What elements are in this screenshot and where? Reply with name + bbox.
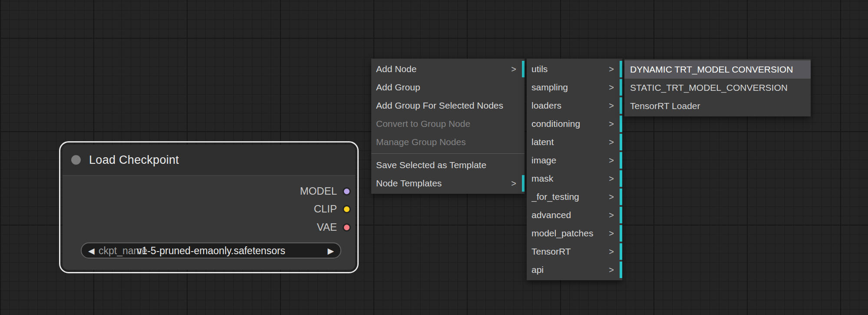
submenu-indicator-bar bbox=[620, 97, 622, 114]
menu-item-add-group-for-selected-nodes[interactable]: Add Group For Selected Nodes bbox=[371, 96, 525, 115]
submenu-arrow-icon: > bbox=[609, 101, 614, 111]
menu-item-convert-to-group-node: Convert to Group Node bbox=[371, 115, 525, 133]
submenu-arrow-icon: > bbox=[609, 156, 614, 166]
submenu-arrow-icon: > bbox=[609, 137, 614, 147]
submenu-indicator-bar bbox=[620, 134, 622, 150]
node-item-static-trt-model-conversion[interactable]: STATIC_TRT_MODEL_CONVERSION bbox=[624, 79, 811, 97]
output-dot-vae[interactable] bbox=[343, 223, 351, 232]
widget-value: v1-5-pruned-emaonly.safetensors bbox=[82, 245, 340, 256]
ckpt-name-widget[interactable]: ◀ ckpt_name v1-5-pruned-emaonly.safetens… bbox=[81, 242, 341, 259]
node-content: MODEL CLIP VAE ◀ ckpt_name v1-5-pruned-e… bbox=[63, 177, 355, 270]
submenu-indicator-bar bbox=[620, 225, 622, 242]
output-dot-model[interactable] bbox=[343, 187, 351, 196]
node-item-tensorrt-loader[interactable]: TensorRT Loader bbox=[624, 97, 811, 115]
submenu-arrow-icon: > bbox=[511, 179, 516, 189]
submenu-arrow-icon: > bbox=[609, 64, 614, 74]
node-title-bar[interactable]: Load Checkpoint bbox=[63, 145, 355, 176]
submenu-item-conditioning[interactable]: conditioning > bbox=[527, 115, 622, 133]
load-checkpoint-node[interactable]: Load Checkpoint MODEL CLIP VAE ◀ ckpt_na… bbox=[59, 141, 359, 273]
submenu-arrow-icon: > bbox=[609, 265, 614, 275]
submenu-arrow-icon: > bbox=[609, 229, 614, 239]
submenu-indicator-bar bbox=[620, 262, 622, 278]
menu-item-add-node[interactable]: Add Node > bbox=[371, 60, 525, 78]
output-dot-clip[interactable] bbox=[343, 205, 351, 213]
output-slot-model[interactable]: MODEL bbox=[300, 184, 351, 199]
submenu-arrow-icon: > bbox=[609, 247, 614, 257]
output-slot-vae[interactable]: VAE bbox=[317, 220, 351, 235]
submenu-item-loaders[interactable]: loaders > bbox=[527, 96, 622, 115]
submenu-item-latent[interactable]: latent > bbox=[527, 133, 622, 151]
submenu-arrow-icon: > bbox=[609, 174, 614, 184]
submenu-item-sampling[interactable]: sampling > bbox=[527, 78, 622, 96]
menu-item-node-templates[interactable]: Node Templates > bbox=[371, 174, 525, 192]
submenu-indicator-bar bbox=[620, 207, 622, 223]
node-body-panel: Load Checkpoint MODEL CLIP VAE ◀ ckpt_na… bbox=[63, 145, 355, 270]
submenu-item-image[interactable]: image > bbox=[527, 151, 622, 169]
output-label-clip: CLIP bbox=[314, 203, 337, 215]
node-collapse-dot[interactable] bbox=[71, 155, 81, 165]
add-node-submenu: utils > sampling > loaders > conditionin… bbox=[527, 59, 622, 280]
submenu-item-tensorrt[interactable]: TensorRT > bbox=[527, 242, 622, 261]
menu-separator bbox=[371, 153, 525, 154]
node-item-dynamic-trt-model-conversion[interactable]: DYNAMIC TRT_MODEL CONVERSION bbox=[624, 60, 811, 79]
submenu-arrow-icon: > bbox=[511, 64, 516, 74]
submenu-indicator-bar bbox=[522, 175, 525, 192]
submenu-indicator-bar bbox=[620, 243, 622, 260]
node-editor-canvas[interactable]: { "ui": { "submenu_arrow": ">", "prev_ar… bbox=[0, 0, 868, 315]
submenu-item-for-testing[interactable]: _for_testing > bbox=[527, 188, 622, 206]
submenu-arrow-icon: > bbox=[609, 83, 614, 93]
submenu-arrow-icon: > bbox=[609, 119, 614, 129]
submenu-indicator-bar bbox=[620, 152, 622, 169]
submenu-arrow-icon: > bbox=[609, 210, 614, 220]
submenu-item-model-patches[interactable]: model_patches > bbox=[527, 224, 622, 242]
node-title: Load Checkpoint bbox=[89, 153, 179, 167]
menu-item-add-group[interactable]: Add Group bbox=[371, 78, 525, 96]
submenu-arrow-icon: > bbox=[609, 192, 614, 202]
submenu-indicator-bar bbox=[620, 170, 622, 187]
submenu-indicator-bar bbox=[620, 116, 622, 132]
submenu-item-advanced[interactable]: advanced > bbox=[527, 206, 622, 224]
submenu-item-mask[interactable]: mask > bbox=[527, 169, 622, 188]
menu-item-save-selected-as-template[interactable]: Save Selected as Template bbox=[371, 156, 525, 174]
output-label-vae: VAE bbox=[317, 221, 337, 233]
submenu-item-api[interactable]: api > bbox=[527, 261, 622, 279]
submenu-indicator-bar bbox=[620, 61, 622, 77]
submenu-indicator-bar bbox=[620, 79, 622, 96]
submenu-indicator-bar bbox=[620, 189, 622, 205]
output-slot-clip[interactable]: CLIP bbox=[314, 202, 351, 216]
output-label-model: MODEL bbox=[300, 185, 337, 197]
submenu-item-utils[interactable]: utils > bbox=[527, 60, 622, 78]
widget-next-arrow-icon[interactable]: ▶ bbox=[327, 246, 334, 255]
menu-item-manage-group-nodes: Manage Group Nodes bbox=[371, 133, 525, 151]
submenu-indicator-bar bbox=[522, 61, 525, 77]
tensorrt-submenu: DYNAMIC TRT_MODEL CONVERSION STATIC_TRT_… bbox=[624, 59, 811, 116]
context-menu: Add Node > Add Group Add Group For Selec… bbox=[371, 59, 525, 194]
